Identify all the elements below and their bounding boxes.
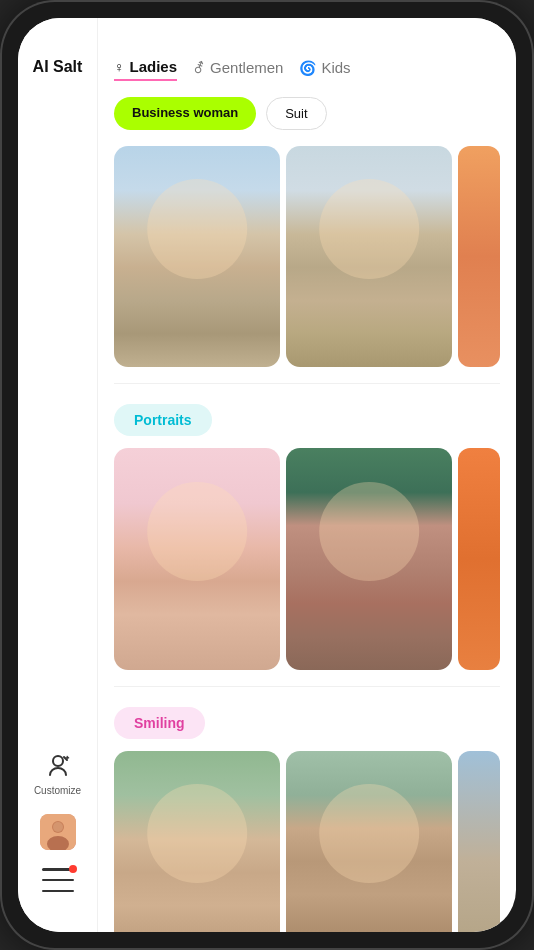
tab-ladies[interactable]: ♀ Ladies [114,54,177,81]
portraits-section: Portraits [98,396,516,685]
tab-ladies-label: Ladies [130,58,178,75]
smiling-image-2[interactable] [286,751,452,932]
tab-kids-label: Kids [321,59,350,76]
face-area-3 [147,482,247,582]
kids-icon: 🌀 [299,60,316,76]
customize-icon [42,749,74,781]
menu-line-2 [42,879,74,882]
svg-point-4 [53,822,63,832]
face-area-2 [319,179,419,279]
business-image-2[interactable] [286,146,452,367]
customize-button[interactable]: Customize [34,749,81,796]
svg-point-0 [53,756,63,766]
face-area-1 [147,179,247,279]
smiling-grid [98,751,516,932]
portrait-image-2[interactable] [286,448,452,669]
filter-row: Business woman Suit [98,97,516,146]
ladies-icon: ♀ [114,59,125,75]
smiling-image-partial[interactable] [458,751,500,932]
notification-dot [69,865,77,873]
filter-business-woman[interactable]: Business woman [114,97,256,130]
main-content: ♀ Ladies ⚦ Gentlemen 🌀 Kids Business wom… [98,18,516,932]
app-title: AI Salt [33,58,83,76]
portrait-image-1[interactable] [114,448,280,669]
filter-suit[interactable]: Suit [266,97,326,130]
business-woman-grid [98,146,516,383]
phone-frame: AI Salt Customize [0,0,534,950]
face-area-5 [147,784,247,884]
top-nav: ♀ Ladies ⚦ Gentlemen 🌀 Kids [98,18,516,97]
gentlemen-icon: ⚦ [193,60,205,76]
divider-1 [114,383,500,384]
portraits-grid [98,448,516,685]
face-area-4 [319,482,419,582]
face-area-6 [319,784,419,884]
divider-2 [114,686,500,687]
tab-gentlemen[interactable]: ⚦ Gentlemen [193,55,283,80]
customize-label: Customize [34,785,81,796]
phone-screen: AI Salt Customize [18,18,516,932]
portraits-label[interactable]: Portraits [114,404,212,436]
tab-gentlemen-label: Gentlemen [210,59,283,76]
business-image-1[interactable] [114,146,280,367]
smiling-label[interactable]: Smiling [114,707,205,739]
sidebar-bottom: Customize [34,749,81,932]
sidebar: AI Salt Customize [18,18,98,932]
tab-kids[interactable]: 🌀 Kids [299,55,350,80]
portrait-image-partial[interactable] [458,448,500,669]
avatar-thumb[interactable] [40,814,76,850]
menu-line-3 [42,890,74,893]
smiling-image-1[interactable] [114,751,280,932]
smiling-section: Smiling [98,699,516,932]
business-image-partial[interactable] [458,146,500,367]
menu-button[interactable] [42,868,74,892]
